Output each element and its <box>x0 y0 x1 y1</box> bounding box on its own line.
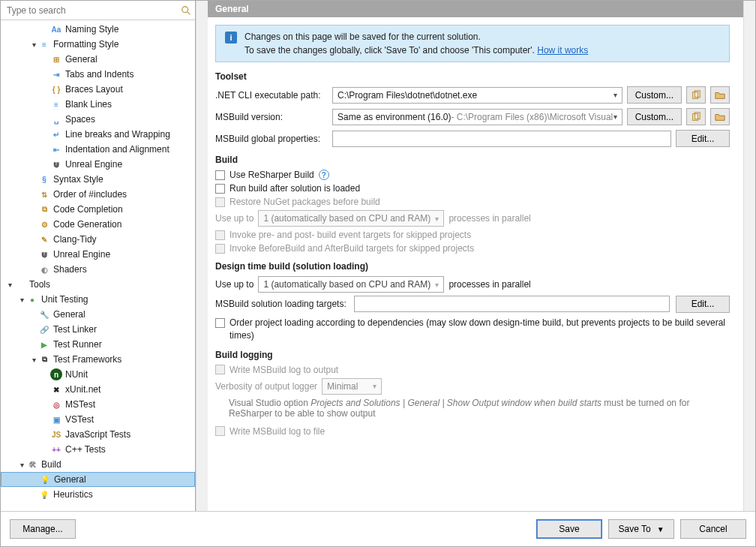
caret-icon[interactable]: ▾ <box>17 296 26 304</box>
tree-item-general[interactable]: ⊞General <box>1 52 195 67</box>
section-design: Design time build (solution loading) <box>215 261 730 272</box>
nav-tree[interactable]: AaNaming Style▾≡Formatting Style⊞General… <box>1 20 195 511</box>
loading-targets-field[interactable] <box>354 296 670 312</box>
svg-line-1 <box>188 11 190 14</box>
tree-item-javascript-tests[interactable]: JSJavaScript Tests <box>1 427 195 442</box>
tree-item-unit-testing[interactable]: ▾●Unit Testing <box>1 292 195 307</box>
tree-item-unreal-engine[interactable]: ⋓Unreal Engine <box>1 247 195 262</box>
manage-button[interactable]: Manage... <box>10 519 76 539</box>
design-parallel-combo[interactable]: 1 (automatically based on CPU and RAM) <box>258 276 444 293</box>
tree-icon: ⇤ <box>50 143 62 155</box>
msbuild-browse-button[interactable] <box>710 108 730 125</box>
msbuild-globals-edit-button[interactable]: Edit... <box>676 130 730 147</box>
banner-line2: To save the changes globally, click 'Sav… <box>244 45 537 56</box>
loading-targets-edit-button[interactable]: Edit... <box>676 296 730 313</box>
cli-copy-button[interactable] <box>686 86 706 104</box>
tree-item-clang-tidy[interactable]: ✎Clang-Tidy <box>1 232 195 247</box>
search-row <box>1 1 195 20</box>
msbuild-version-combo[interactable]: Same as environment (16.0) - C:\Program … <box>332 109 622 125</box>
save-button[interactable]: Save <box>536 519 602 539</box>
tree-item-nunit[interactable]: nNUnit <box>1 367 195 382</box>
tree-item-blank-lines[interactable]: ≡Blank Lines <box>1 97 195 112</box>
tree-item-braces-layout[interactable]: { }Braces Layout <box>1 82 195 97</box>
tree-icon: 🔧 <box>38 308 50 320</box>
tree-item-xunit-net[interactable]: ✖xUnit.net <box>1 382 195 397</box>
tree-label: Shaders <box>53 264 190 275</box>
tree-label: Spaces <box>65 114 190 125</box>
tree-item-spaces[interactable]: ␣Spaces <box>1 112 195 127</box>
cli-browse-button[interactable] <box>710 86 730 104</box>
tree-icon: ␣ <box>50 113 62 125</box>
tree-item-test-runner[interactable]: ▶Test Runner <box>1 337 195 352</box>
tree-item-shaders[interactable]: ◐Shaders <box>1 262 195 277</box>
tree-item-formatting-style[interactable]: ▾≡Formatting Style <box>1 37 195 52</box>
tree-item-heuristics[interactable]: 💡Heuristics <box>1 487 195 502</box>
tree-item-order-of-includes[interactable]: ⇅Order of #includes <box>1 187 195 202</box>
caret-icon[interactable]: ▾ <box>17 461 26 469</box>
tree-item-vstest[interactable]: ▣VSTest <box>1 412 195 427</box>
cancel-button[interactable]: Cancel <box>680 519 746 539</box>
caret-icon[interactable]: ▾ <box>5 281 14 289</box>
tree-item-code-generation[interactable]: ⚙Code Generation <box>1 217 195 232</box>
tree-item-indentation-and-alignment[interactable]: ⇤Indentation and Alignment <box>1 142 195 157</box>
tree-label: Tools <box>29 279 190 290</box>
tree-icon: 💡 <box>39 473 51 485</box>
cli-path-label: .NET CLI executable path: <box>215 90 328 101</box>
restore-nuget-label: Restore NuGet packages before build <box>230 197 380 207</box>
caret-icon[interactable]: ▾ <box>29 356 38 364</box>
msbuild-copy-button[interactable] <box>686 108 706 125</box>
build-parallel-combo: 1 (automatically based on CPU and RAM) <box>258 210 444 227</box>
tree-item-tools[interactable]: ▾Tools <box>1 277 195 292</box>
tree-label: Clang-Tidy <box>53 234 190 245</box>
tree-item-test-linker[interactable]: 🔗Test Linker <box>1 322 195 337</box>
tree-label: Naming Style <box>65 24 190 35</box>
search-icon[interactable] <box>180 5 192 17</box>
tree-label: Test Linker <box>53 324 190 335</box>
tree-item-naming-style[interactable]: AaNaming Style <box>1 22 195 37</box>
tree-item-unreal-engine[interactable]: ⋓Unreal Engine <box>1 157 195 172</box>
tree-item-build[interactable]: ▾🛠Build <box>1 457 195 472</box>
tree-item-test-frameworks[interactable]: ▾⧉Test Frameworks <box>1 352 195 367</box>
cli-path-combo[interactable]: C:\Program Files\dotnet\dotnet.exe <box>332 87 622 104</box>
msbuild-custom-button[interactable]: Custom... <box>627 108 682 125</box>
caret-icon[interactable]: ▾ <box>29 41 38 49</box>
how-it-works-link[interactable]: How it works <box>537 45 588 56</box>
vs-note: Visual Studio option Projects and Soluti… <box>229 398 730 419</box>
section-build: Build <box>215 155 730 165</box>
tree-label: Code Completion <box>53 204 190 215</box>
tree-item-line-breaks-and-wrapping[interactable]: ↵Line breaks and Wrapping <box>1 127 195 142</box>
msbuild-globals-field[interactable] <box>332 131 671 147</box>
info-banner: i Changes on this page will be saved for… <box>215 25 730 62</box>
tree-icon: § <box>38 173 50 185</box>
tree-item-syntax-style[interactable]: §Syntax Style <box>1 172 195 187</box>
tree-label: Test Frameworks <box>53 354 190 365</box>
search-input[interactable] <box>4 2 180 19</box>
msbuild-globals-label: MSBuild global properties: <box>215 134 328 144</box>
tree-item-general[interactable]: 🔧General <box>1 307 195 322</box>
tree-item-general[interactable]: 💡General <box>1 472 195 487</box>
help-icon[interactable]: ? <box>319 170 329 180</box>
content-scrollbar[interactable] <box>743 1 755 511</box>
tree-icon: 🔗 <box>38 323 50 335</box>
tree-icon: ⋓ <box>38 248 50 260</box>
content-area: i Changes on this page will be saved for… <box>208 17 743 511</box>
tree-label: General <box>54 474 190 485</box>
tree-icon: ◎ <box>50 398 62 410</box>
tree-icon: ⧉ <box>38 203 50 215</box>
sidebar-scrollbar[interactable] <box>196 1 208 511</box>
tree-label: NUnit <box>65 369 190 380</box>
banner-line1: Changes on this page will be saved for t… <box>244 32 720 42</box>
build-parallel-suffix: processes in parallel <box>448 213 530 224</box>
tree-item-mstest[interactable]: ◎MSTest <box>1 397 195 412</box>
tree-item-c-tests[interactable]: ++C++ Tests <box>1 442 195 457</box>
save-to-button[interactable]: Save To▼ <box>608 519 674 539</box>
order-loading-checkbox[interactable] <box>215 318 225 328</box>
tree-item-tabs-and-indents[interactable]: ⇥Tabs and Indents <box>1 67 195 82</box>
tree-label: General <box>53 309 190 320</box>
use-resharper-checkbox[interactable] <box>215 170 225 180</box>
run-after-load-checkbox[interactable] <box>215 184 225 194</box>
tree-label: JavaScript Tests <box>65 429 190 440</box>
cli-custom-button[interactable]: Custom... <box>627 86 682 104</box>
build-useupto-label: Use up to <box>215 213 254 224</box>
tree-item-code-completion[interactable]: ⧉Code Completion <box>1 202 195 217</box>
